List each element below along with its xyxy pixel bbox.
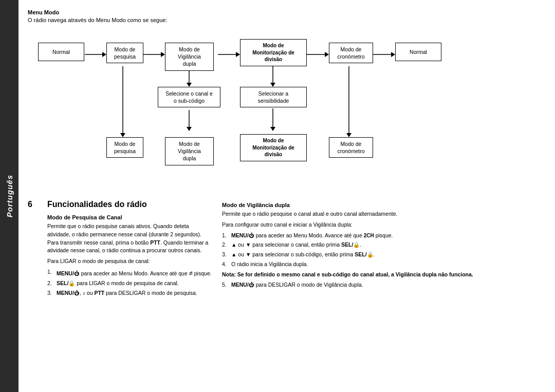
box-modo-cronometro-1: Modo decronómetro [329, 43, 373, 63]
box-selecione-canal: Selecione o canal eo sub-código [158, 87, 220, 107]
svg-marker-17 [270, 127, 275, 131]
box-modo-monitorizacao-2: Modo deMonitorização dedivisão [240, 134, 307, 161]
svg-marker-13 [187, 127, 192, 131]
page-number: 6 [28, 200, 37, 209]
svg-marker-1 [102, 52, 106, 57]
func-title: Funcionalidades do rádio [47, 200, 212, 209]
main-content: Menu Modo O rádio navega através do Menu… [18, 0, 555, 392]
modo-vigilancia-title: Modo de Vigilância dupla [222, 202, 543, 208]
nota-text: Nota: Se for definido o mesmo canal e su… [222, 271, 543, 279]
menu-modo-title: Menu Modo [28, 9, 543, 15]
step-5-right: 5. MENU/⏻ para DESLIGAR o modo de Vigilâ… [222, 281, 543, 289]
step-1-right: 1. MENU/⏻ para aceder ao Menu Modo. Avan… [222, 232, 543, 240]
svg-marker-11 [187, 83, 192, 87]
col-right: Modo de Vigilância dupla Permite que o r… [222, 198, 543, 291]
svg-marker-5 [236, 52, 240, 57]
step-4-right: 4. O rádio inicia a Vigilância dupla. [222, 260, 543, 269]
modo-pesquisa-intro: Permite que o rádio pesquise canais ativ… [47, 222, 212, 255]
menu-modo-intro: O rádio navega através do Menu Modo como… [28, 17, 543, 23]
modo-pesquisa-title: Modo de Pesquisa de Canal [47, 214, 212, 220]
box-modo-vigilancia-1: Modo de Vigilânciadupla [165, 43, 214, 71]
svg-marker-9 [391, 52, 395, 57]
box-selecionar-sensibilidade: Selecionar asensibilidade [240, 87, 307, 107]
sidebar: Português [0, 0, 18, 392]
modo-vigilancia-intro: Permite que o rádio pesquise o canal atu… [222, 210, 543, 218]
svg-marker-7 [325, 52, 329, 57]
step-1-left: 1. MENU/⏻ para aceder ao Menu Modo. Avan… [47, 268, 212, 278]
step-3-left: 3. MENU/⏻, ♪ ou PTT para DESLIGAR o modo… [47, 289, 212, 297]
box-modo-vigilancia-2: Modo de Vigilânciadupla [165, 137, 214, 165]
box-modo-pesquisa-2: Modo depesquisa [106, 137, 143, 158]
para-ligar-text: Para LIGAR o modo de pesquisa de canal: [47, 257, 212, 266]
para-configurar-text: Para configurar outro canal e iniciar a … [222, 221, 543, 229]
bottom-row: 6 Funcionalidades do rádio Modo de Pesqu… [28, 198, 543, 299]
step-3-right: 3. ▲ ou ▼ para selecionar o sub-código, … [222, 251, 543, 259]
step-2-right: 2. ▲ ou ▼ para selecionar o canal, então… [222, 241, 543, 249]
svg-marker-3 [161, 52, 165, 57]
box-normal-left: Normal [38, 43, 84, 61]
box-modo-cronometro-2: Modo decronómetro [329, 137, 373, 158]
step-2-left: 2. SEL/🔒 para LIGAR o modo de pesquisa d… [47, 279, 212, 288]
svg-marker-15 [270, 83, 275, 87]
sidebar-label: Português [5, 175, 14, 217]
box-normal-right: Normal [395, 43, 441, 61]
box-modo-monitorizacao-1: Modo deMonitorização dedivisão [240, 39, 307, 66]
flowchart: Normal Modo depesquisa Modo de Vigilânci… [28, 30, 543, 190]
svg-marker-21 [346, 133, 351, 137]
box-modo-pesquisa-1: Modo depesquisa [106, 43, 143, 63]
svg-marker-19 [120, 133, 125, 137]
col-left: Funcionalidades do rádio Modo de Pesquis… [47, 198, 212, 299]
